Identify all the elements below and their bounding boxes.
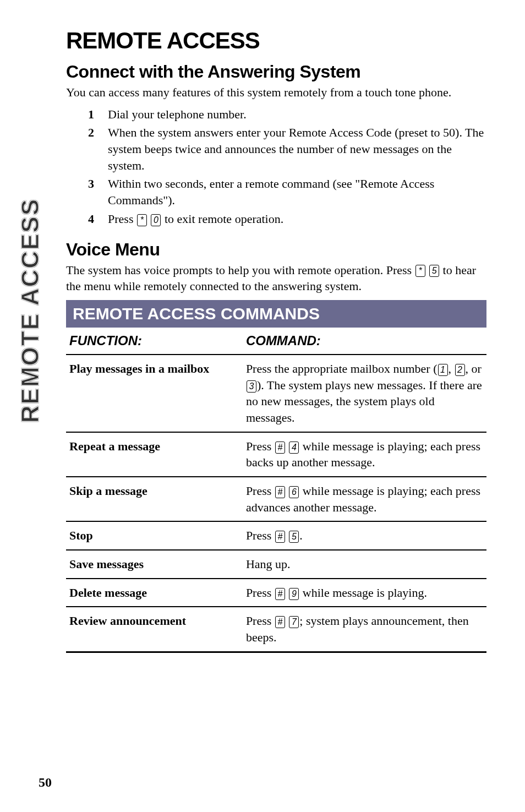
command-text: . bbox=[299, 528, 303, 542]
table-row: Review announcementPress # 7; system pla… bbox=[66, 607, 486, 652]
command-cell: Press # 6 while message is playing; each… bbox=[243, 477, 486, 521]
function-cell: Stop bbox=[66, 521, 243, 550]
command-text bbox=[286, 614, 289, 628]
command-text: , bbox=[449, 362, 455, 375]
function-cell: Play messages in a mailbox bbox=[66, 355, 243, 432]
command-cell: Press the appropriate mailbox number (1,… bbox=[243, 355, 486, 432]
key-zero-icon: 0 bbox=[151, 214, 161, 226]
command-text: Press bbox=[246, 614, 275, 628]
key-icon: # bbox=[275, 588, 285, 600]
page-number: 50 bbox=[39, 775, 52, 790]
step-item: 4 Press * 0 to exit remote operation. bbox=[88, 211, 486, 227]
key-five-icon: 5 bbox=[429, 265, 439, 277]
key-star-icon: * bbox=[137, 214, 147, 226]
step-text: Press * 0 to exit remote operation. bbox=[108, 211, 486, 227]
key-icon: # bbox=[275, 531, 285, 543]
table-row: Repeat a messagePress # 4 while message … bbox=[66, 432, 486, 477]
key-icon: 9 bbox=[289, 588, 299, 600]
command-cell: Press # 9 while message is playing. bbox=[243, 579, 486, 607]
command-text: , or bbox=[466, 362, 482, 375]
step-number: 2 bbox=[88, 124, 108, 173]
table-row: StopPress # 5. bbox=[66, 521, 486, 550]
command-cell: Press # 7; system plays announcement, th… bbox=[243, 607, 486, 652]
section-heading-connect: Connect with the Answering System bbox=[66, 62, 486, 82]
section-heading-voice-menu: Voice Menu bbox=[66, 239, 486, 260]
column-header-function: FUNCTION: bbox=[66, 328, 243, 355]
key-icon: 4 bbox=[289, 442, 299, 454]
step-text-prefix: Press bbox=[108, 212, 136, 226]
command-text: Press bbox=[246, 528, 275, 542]
step-text-suffix: to exit remote operation. bbox=[161, 212, 283, 226]
table-header-row: FUNCTION: COMMAND: bbox=[66, 328, 486, 355]
step-number: 1 bbox=[88, 106, 108, 123]
step-text: Within two seconds, enter a remote comma… bbox=[108, 176, 486, 208]
table-row: Play messages in a mailboxPress the appr… bbox=[66, 355, 486, 432]
key-icon: # bbox=[275, 616, 285, 628]
function-cell: Delete message bbox=[66, 579, 243, 607]
step-text: When the system answers enter your Remot… bbox=[108, 124, 486, 173]
section-intro-connect: You can access many features of this sys… bbox=[66, 84, 486, 101]
command-text bbox=[286, 586, 289, 600]
page-title: REMOTE ACCESS bbox=[66, 28, 486, 54]
table-row: Delete messagePress # 9 while message is… bbox=[66, 579, 486, 607]
command-text bbox=[286, 484, 289, 498]
step-item: 1 Dial your telephone number. bbox=[88, 106, 486, 123]
table-row: Skip a messagePress # 6 while message is… bbox=[66, 477, 486, 521]
step-item: 2 When the system answers enter your Rem… bbox=[88, 124, 486, 173]
step-item: 3 Within two seconds, enter a remote com… bbox=[88, 176, 486, 208]
voice-menu-prefix: The system has voice prompts to help you… bbox=[66, 263, 415, 277]
key-icon: 2 bbox=[455, 364, 465, 376]
commands-table: FUNCTION: COMMAND: Play messages in a ma… bbox=[66, 328, 486, 653]
command-cell: Hang up. bbox=[243, 550, 486, 579]
column-header-command: COMMAND: bbox=[243, 328, 486, 355]
command-text bbox=[286, 528, 289, 542]
command-text: Press bbox=[246, 439, 275, 453]
command-text: ). The system plays new messages. If the… bbox=[246, 378, 482, 424]
command-text: Press bbox=[246, 484, 275, 498]
command-cell: Press # 5. bbox=[243, 521, 486, 550]
step-number: 3 bbox=[88, 176, 108, 208]
key-icon: # bbox=[275, 486, 285, 498]
table-row: Save messagesHang up. bbox=[66, 550, 486, 579]
side-tab-label: REMOTE ACCESS bbox=[17, 198, 44, 423]
command-text: while message is playing. bbox=[299, 586, 427, 600]
command-text: Press the appropriate mailbox number ( bbox=[246, 362, 438, 375]
key-icon: 5 bbox=[289, 531, 299, 543]
key-icon: 3 bbox=[247, 380, 256, 393]
key-icon: 1 bbox=[438, 364, 448, 376]
key-icon: 6 bbox=[289, 486, 299, 498]
function-cell: Repeat a message bbox=[66, 432, 243, 477]
function-cell: Review announcement bbox=[66, 607, 243, 652]
step-text: Dial your telephone number. bbox=[108, 106, 486, 123]
command-text: Hang up. bbox=[246, 557, 291, 571]
key-icon: # bbox=[275, 442, 285, 454]
function-cell: Save messages bbox=[66, 550, 243, 579]
section-intro-voice-menu: The system has voice prompts to help you… bbox=[66, 262, 486, 295]
key-icon: 7 bbox=[289, 616, 299, 628]
function-cell: Skip a message bbox=[66, 477, 243, 521]
command-text: Press bbox=[246, 586, 275, 600]
key-star-icon: * bbox=[415, 265, 425, 277]
command-cell: Press # 4 while message is playing; each… bbox=[243, 432, 486, 477]
step-number: 4 bbox=[88, 211, 108, 227]
steps-list: 1 Dial your telephone number. 2 When the… bbox=[88, 106, 486, 227]
commands-table-header: REMOTE ACCESS COMMANDS bbox=[66, 300, 486, 328]
command-text bbox=[286, 439, 289, 453]
